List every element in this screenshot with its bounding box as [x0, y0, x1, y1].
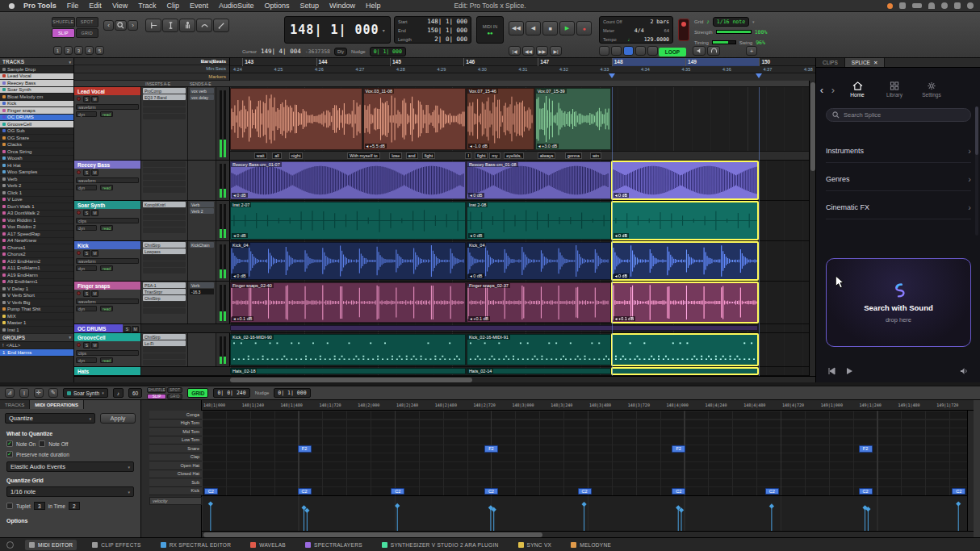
sidebar-track-clacks[interactable]: Clacks [0, 142, 73, 149]
splice-category-cinematic-fx[interactable]: Cinematic FX› [826, 195, 971, 219]
selection-start-marker[interactable] [609, 73, 615, 78]
clip-reecey-bass-2[interactable]: ◂ 0 dB [612, 161, 759, 199]
insert-empty-slot[interactable] [143, 114, 186, 119]
drum-lane-snare[interactable]: Snare [149, 445, 202, 453]
solo-button[interactable]: S [83, 290, 90, 297]
close-icon[interactable]: ✕ [873, 60, 877, 66]
insert-empty-slot[interactable] [143, 308, 186, 314]
groovecell-lane[interactable]: Kick_02-16-MIDI-90Kick_02-16-MIDI-91 [230, 333, 815, 366]
go-to-end-button[interactable]: ▶| [550, 46, 562, 56]
automation-mode-selector[interactable]: read [100, 265, 113, 271]
insert-empty-slot[interactable] [143, 101, 186, 106]
oc-drums-lane[interactable] [230, 324, 815, 332]
tuplet-a-field[interactable]: 3 [34, 502, 45, 510]
midi-trim-tool-button[interactable]: ⊿ [5, 388, 15, 398]
tracks-list-menu-icon[interactable]: ▾ [69, 60, 71, 65]
mute-button[interactable]: M [91, 250, 98, 257]
minsecs-ruler[interactable]: 4:244:254:264:274:284:294:304:314:324:33… [230, 66, 815, 73]
drum-lane-conga[interactable]: Conga [149, 411, 202, 420]
default-note-velocity[interactable]: 60 [128, 388, 142, 398]
sidebar-track-a19-endharm[interactable]: A19 EndHarm [0, 272, 73, 279]
send-kickchain[interactable]: KickChain [190, 242, 214, 248]
sidebar-track-vox-riddim-2[interactable]: Vox Riddim 2 [0, 224, 73, 232]
window-menu-icon[interactable] [6, 541, 14, 549]
sidebar-track-a10-endharm2[interactable]: A10 EndHarm2 [0, 258, 73, 265]
insert-empty-slot[interactable] [143, 347, 186, 353]
stop-button[interactable]: ■ [542, 21, 558, 35]
memory-location-4[interactable]: 4 [85, 46, 94, 55]
clip-vox-07-15-39[interactable]: Vox.07_15-39◂ +3.0 dB [535, 88, 611, 150]
main-counter-menu-icon[interactable]: ▾ [383, 27, 385, 33]
lyric-word[interactable]: wait [254, 152, 267, 159]
sidebar-track-kick[interactable]: Kick [0, 101, 73, 108]
track-view-selector[interactable]: clips [76, 350, 139, 356]
forward-button[interactable]: ▶▶ [536, 46, 548, 56]
insert-lo-fi[interactable]: Lo-Fi [143, 340, 186, 346]
insert-chnlstrp[interactable]: ChnlStrp [143, 242, 186, 248]
menu-event[interactable]: Event [190, 2, 208, 10]
mode-shuffle-button[interactable]: SHUFFLE [147, 387, 166, 393]
quantize-grid-select[interactable]: 1/16 note▾ [6, 486, 134, 497]
sidebar-track-lead-vocal[interactable]: Lead Vocal [0, 73, 73, 81]
lead-vocal-name[interactable]: Lead Vocal [74, 87, 140, 95]
sidebar-track-a11-endharm1[interactable]: A11 EndHarm1 [0, 265, 73, 273]
mute-button[interactable]: M [132, 326, 139, 332]
note-on-checkbox[interactable]: ✓ [6, 440, 13, 447]
menu-help[interactable]: Help [366, 2, 381, 10]
mode-slip-button[interactable]: SLIP [52, 28, 75, 39]
start-value[interactable]: 148| 1| 000 [427, 18, 467, 25]
clip-hats-2[interactable] [612, 368, 759, 374]
insert-chnlstrp[interactable]: ChnlStrp [143, 334, 186, 340]
lyric-word[interactable]: fight [422, 152, 435, 159]
solo-button[interactable]: S [83, 210, 90, 216]
sidebar-track-inst-1[interactable]: Inst 1 [0, 327, 73, 334]
ruler-name-minsecs[interactable]: Min:Secs [74, 65, 229, 73]
drum-lane-closed-hat[interactable]: Closed Hat [149, 470, 202, 479]
zoom-in-button[interactable]: › [128, 20, 138, 31]
send-vox-verb[interactable]: vox verb [190, 88, 214, 94]
strength-slider[interactable] [716, 30, 752, 34]
lyric-word[interactable]: gonna [565, 152, 582, 159]
dyn-selector[interactable]: dyn [76, 306, 97, 311]
sidebar-track-a17-speedrap[interactable]: A17 SpeedRap [0, 231, 73, 238]
send-vox-delay[interactable]: vox delay [190, 94, 214, 100]
play-sample-button[interactable] [845, 367, 853, 375]
lyric-word[interactable]: lose [389, 152, 402, 159]
midi-note-f2[interactable]: F2 [859, 445, 873, 453]
kick-name[interactable]: Kick [74, 241, 140, 249]
splice-tab-clips[interactable]: CLIPS [816, 58, 845, 67]
sidebar-track-finger-snaps[interactable]: Finger snaps [0, 107, 73, 115]
sidebar-track-a9-endharm1[interactable]: A9 EndHarm1 [0, 279, 73, 286]
sidebar-track-v-delay-1[interactable]: V Delay 1 [0, 286, 73, 293]
insert-empty-slot[interactable] [143, 255, 186, 261]
solo-button[interactable]: S [83, 342, 90, 349]
midi-nudge-value[interactable]: 0| 1| 000 [274, 388, 310, 398]
sidebar-track-hi-hat[interactable]: Hi Hat [0, 162, 73, 169]
tab-tracks[interactable]: TRACKS [0, 400, 30, 409]
midi-velocity-lane[interactable] [202, 495, 974, 531]
midi-grid-ruler[interactable]: 148|1|000148|1|240148|1|480148|1|720148|… [202, 400, 974, 411]
memory-location-1[interactable]: 1 [53, 46, 62, 55]
default-note-duration[interactable]: ♪ [113, 388, 124, 398]
mute-button[interactable]: M [91, 96, 98, 102]
sidebar-track-og-sub[interactable]: OG Sub [0, 128, 73, 136]
insert-empty-slot[interactable] [143, 187, 186, 193]
bar-number[interactable]: 149 [688, 59, 697, 65]
menu-setup[interactable]: Setup [300, 2, 320, 10]
hats-name[interactable]: Hats [74, 367, 140, 375]
rewind-button[interactable]: ◀ [526, 21, 541, 35]
insert-empty-slot[interactable] [143, 353, 186, 359]
insert-empty-slot[interactable] [143, 161, 186, 167]
sidebar-track-groovecell[interactable]: GrooveCell [0, 121, 73, 128]
clip-oc-drums-0[interactable] [230, 325, 758, 331]
insert-empty-slot[interactable] [143, 181, 186, 186]
window-tab-rx-spectral-editor[interactable]: RX SPECTRAL EDITOR [157, 540, 236, 550]
grid-value[interactable]: 1/16 note [713, 17, 749, 27]
splice-back-button[interactable]: ‹ [816, 84, 827, 96]
groups-list-menu-icon[interactable]: ▾ [69, 335, 71, 340]
sidebar-track-woosh[interactable]: Woosh [0, 156, 73, 163]
ruler-name-bars[interactable]: Bars|Beats [74, 58, 229, 65]
insert-trianstrpr[interactable]: TrianStrpr [143, 289, 186, 294]
length-value[interactable]: 2| 0| 000 [434, 35, 467, 43]
selector-tool-button[interactable] [162, 19, 178, 32]
